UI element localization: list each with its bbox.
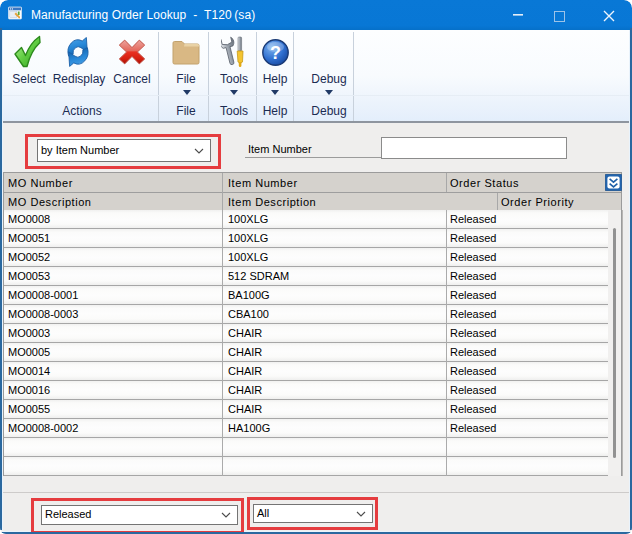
svg-text:?: ? (270, 43, 281, 63)
